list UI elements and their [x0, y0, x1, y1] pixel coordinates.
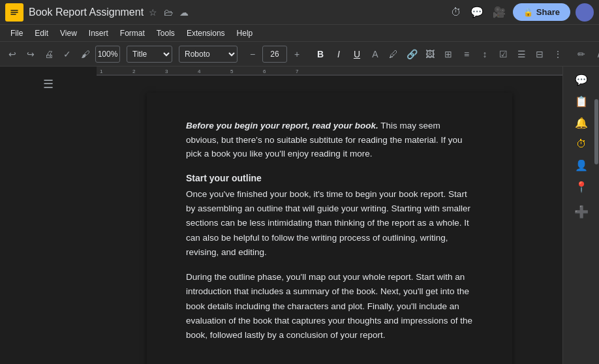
menu-file[interactable]: File: [5, 27, 28, 39]
cloud-icon[interactable]: ☁: [178, 6, 190, 19]
share-button[interactable]: 🔒 Share: [513, 3, 570, 21]
clipboard-icon[interactable]: 📋: [573, 93, 590, 110]
svg-text:2: 2: [132, 68, 136, 74]
videocam-icon[interactable]: 🎥: [491, 4, 508, 20]
title-icons: ☆ 🗁 ☁: [147, 6, 190, 19]
image-button[interactable]: 🖼: [422, 46, 438, 62]
menu-extensions[interactable]: Extensions: [181, 27, 230, 39]
line-spacing-button[interactable]: ↕: [476, 46, 493, 62]
collapse-button[interactable]: ∧: [591, 46, 599, 62]
history-icon[interactable]: ⏱: [449, 5, 463, 20]
svg-text:7: 7: [296, 68, 299, 74]
spellcheck-button[interactable]: ✓: [59, 46, 76, 62]
svg-text:1: 1: [100, 68, 103, 74]
svg-text:6: 6: [263, 68, 266, 74]
svg-text:4: 4: [198, 68, 201, 74]
left-panel: ☰: [0, 67, 97, 364]
zoom-control: [95, 46, 120, 63]
menu-format[interactable]: Format: [115, 27, 150, 39]
pen-button[interactable]: ✏: [573, 46, 590, 62]
page-container: Before you begin your report, read your …: [97, 74, 562, 364]
document-title: Book Report Assignment: [29, 7, 144, 18]
align-button[interactable]: ≡: [458, 46, 475, 62]
intro-bold-text: Before you begin your report, read your …: [186, 121, 378, 130]
redo-button[interactable]: ↪: [22, 46, 39, 62]
section1-body1: Once you've finished your book, it's tim…: [186, 187, 473, 260]
contacts-icon[interactable]: 👤: [573, 157, 590, 174]
zoom-input[interactable]: [95, 46, 120, 63]
more-options-button[interactable]: ⋮: [549, 46, 566, 62]
star-icon[interactable]: ☆: [147, 6, 159, 19]
bold-button[interactable]: B: [312, 46, 329, 62]
menu-edit[interactable]: Edit: [29, 27, 54, 39]
document-page: Before you begin your report, read your …: [147, 93, 512, 364]
folder-icon[interactable]: 🗁: [162, 6, 174, 19]
outline-icon[interactable]: ☰: [38, 72, 59, 97]
main-area: ☰ 1 2 3 4 5 6 7 Before you begin your re…: [0, 67, 599, 364]
menu-bar: File Edit View Insert Format Tools Exten…: [0, 25, 599, 42]
checklist-button[interactable]: ☑: [495, 46, 512, 62]
add-icon[interactable]: ➕: [572, 203, 591, 221]
highlight-button[interactable]: 🖊: [385, 46, 402, 62]
toolbar: ↩ ↪ 🖨 ✓ 🖌 Title Normal text Heading 1 Ro…: [0, 42, 599, 67]
table-button[interactable]: ⊞: [440, 46, 457, 62]
font-size-input[interactable]: [262, 46, 287, 63]
italic-button[interactable]: I: [330, 46, 347, 62]
scrollbar-track[interactable]: [594, 67, 599, 364]
timer-icon[interactable]: ⏱: [574, 136, 589, 152]
link-button[interactable]: 🔗: [403, 46, 420, 62]
share-label: Share: [536, 7, 560, 17]
svg-text:5: 5: [230, 68, 234, 74]
text-color-button[interactable]: A: [367, 46, 384, 62]
doc-icon: [5, 3, 23, 22]
menu-insert[interactable]: Insert: [84, 27, 114, 39]
user-avatar[interactable]: [576, 3, 594, 22]
list-button[interactable]: ☰: [513, 46, 530, 62]
underline-button[interactable]: U: [348, 46, 365, 62]
menu-help[interactable]: Help: [232, 27, 258, 39]
paragraph-style-select[interactable]: Title Normal text Heading 1: [127, 46, 172, 63]
section1-body2: During the outline phase, you'll map out…: [186, 270, 473, 342]
menu-view[interactable]: View: [55, 27, 82, 39]
menu-tools[interactable]: Tools: [151, 27, 180, 39]
chat-icon[interactable]: 💬: [468, 4, 485, 20]
header-right: ⏱ 💬 🎥 🔒 Share: [449, 3, 594, 22]
increase-font-button[interactable]: +: [288, 46, 305, 62]
section1-heading: Start your outline: [186, 173, 473, 183]
right-sidebar: 💬 📋 🔔 ⏱ 👤 📍 ➕: [562, 67, 599, 364]
document-area[interactable]: 1 2 3 4 5 6 7 Before you begin your repo…: [97, 67, 562, 364]
ruler: 1 2 3 4 5 6 7: [97, 67, 562, 76]
paint-format-button[interactable]: 🖌: [77, 46, 94, 62]
indent-button[interactable]: ⊟: [531, 46, 548, 62]
svg-text:3: 3: [165, 68, 168, 74]
intro-paragraph: Before you begin your report, read your …: [186, 119, 473, 161]
lock-icon: 🔒: [523, 8, 533, 17]
print-button[interactable]: 🖨: [40, 46, 57, 62]
undo-button[interactable]: ↩: [4, 46, 21, 62]
comments-panel-icon[interactable]: 💬: [573, 72, 590, 88]
scrollbar-thumb[interactable]: [594, 99, 598, 164]
decrease-font-button[interactable]: −: [244, 46, 261, 62]
maps-icon[interactable]: 📍: [573, 179, 590, 195]
notification-icon[interactable]: 🔔: [573, 115, 590, 131]
title-bar: Book Report Assignment ☆ 🗁 ☁ ⏱ 💬 🎥 🔒 Sha…: [0, 0, 599, 25]
font-family-select[interactable]: Roboto Arial Times New Roman: [179, 46, 238, 63]
